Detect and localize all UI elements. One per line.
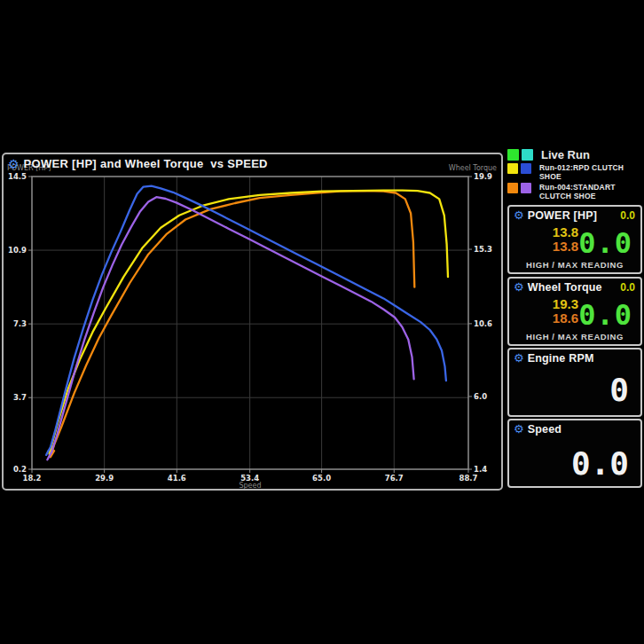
- svg-text:0.2: 0.2: [13, 465, 27, 474]
- svg-text:Wheel Torque: Wheel Torque: [449, 164, 497, 172]
- chart-settings-gear-icon[interactable]: ⚙: [8, 158, 20, 170]
- svg-text:76.7: 76.7: [385, 474, 404, 483]
- rpm-panel-title: Engine RPM: [528, 352, 635, 365]
- svg-text:29.9: 29.9: [95, 474, 114, 483]
- legend-label: Live Run: [541, 149, 590, 161]
- torque-settings-gear-icon[interactable]: ⚙: [514, 281, 524, 294]
- power-settings-gear-icon[interactable]: ⚙: [514, 209, 524, 222]
- run-012-torque-swatch: [521, 163, 531, 174]
- svg-text:14.5: 14.5: [8, 172, 27, 181]
- torque-max-values: 19.3 18.6: [534, 297, 578, 326]
- power-max-values: 13.8 13.8: [534, 225, 578, 254]
- chart-title-bar: ⚙ POWER [HP] and Wheel Torque vs SPEED: [8, 157, 268, 170]
- torque-panel-footer: HIGH / MAX READING: [509, 332, 640, 342]
- run-004-power-swatch: [507, 183, 518, 193]
- svg-text:65.0: 65.0: [312, 474, 331, 483]
- rpm-panel-header: ⚙ Engine RPM: [514, 352, 635, 365]
- torque-current-value: 0.0: [620, 281, 635, 294]
- legend-item-live-run[interactable]: Live Run: [507, 149, 642, 161]
- svg-text:Speed: Speed: [239, 482, 261, 489]
- torque-panel-header: ⚙ Wheel Torque 0.0: [514, 281, 635, 294]
- speed-panel-header: ⚙ Speed: [514, 423, 635, 436]
- rpm-gauge-panel: ⚙ Engine RPM 0: [507, 348, 642, 417]
- svg-text:1.4: 1.4: [474, 465, 487, 474]
- speed-live-value: 0.0: [571, 445, 629, 482]
- torque-gauge-panel: ⚙ Wheel Torque 0.0 19.3 18.6 0.0 HIGH / …: [507, 277, 642, 346]
- power-gauge-panel: ⚙ POWER [HP] 0.0 13.8 13.8 0.0 HIGH / MA…: [507, 205, 642, 274]
- chart-title: POWER [HP] and Wheel Torque vs SPEED: [24, 157, 268, 170]
- svg-text:10.9: 10.9: [8, 246, 27, 255]
- svg-text:18.2: 18.2: [23, 474, 42, 483]
- legend-label: Run-004:STANDART CLUTCH SHOE: [539, 183, 642, 200]
- torque-panel-title: Wheel Torque: [528, 281, 617, 294]
- power-panel-title: POWER [HP]: [528, 209, 617, 222]
- power-torque-chart: 18.229.941.653.465.076.788.714.510.97.33…: [4, 154, 501, 489]
- speed-settings-gear-icon[interactable]: ⚙: [514, 423, 524, 436]
- power-run012-max: 13.8: [534, 225, 578, 240]
- speed-gauge-panel: ⚙ Speed 0.0: [507, 419, 642, 488]
- svg-text:3.7: 3.7: [13, 393, 27, 402]
- svg-text:10.6: 10.6: [474, 319, 492, 328]
- rpm-settings-gear-icon[interactable]: ⚙: [514, 352, 524, 365]
- dyno-app-screen: 18.229.941.653.465.076.788.714.510.97.33…: [0, 0, 644, 644]
- chart-window: 18.229.941.653.465.076.788.714.510.97.33…: [2, 153, 503, 491]
- svg-text:7.3: 7.3: [13, 319, 27, 328]
- live-run-torque-swatch: [522, 149, 533, 161]
- power-panel-header: ⚙ POWER [HP] 0.0: [514, 209, 635, 222]
- live-run-power-swatch: [507, 149, 519, 161]
- power-run004-max: 13.8: [534, 240, 578, 254]
- svg-text:88.7: 88.7: [459, 474, 478, 483]
- power-current-value: 0.0: [620, 209, 635, 222]
- run-legend: Live Run Run-012:RPD CLUTCH SHOE Run-004…: [507, 149, 642, 202]
- svg-text:41.6: 41.6: [168, 474, 186, 483]
- svg-text:6.0: 6.0: [474, 392, 487, 401]
- run-012-power-swatch: [507, 163, 518, 174]
- torque-live-value: 0.0: [578, 298, 632, 332]
- svg-text:15.3: 15.3: [474, 245, 492, 254]
- legend-label: Run-012:RPD CLUTCH SHOE: [539, 163, 642, 181]
- power-live-value: 0.0: [578, 226, 632, 260]
- power-panel-footer: HIGH / MAX READING: [509, 260, 640, 270]
- legend-item-run-004[interactable]: Run-004:STANDART CLUTCH SHOE: [507, 183, 642, 200]
- run-004-torque-swatch: [521, 183, 531, 193]
- speed-panel-title: Speed: [528, 423, 635, 436]
- legend-item-run-012[interactable]: Run-012:RPD CLUTCH SHOE: [507, 163, 642, 181]
- rpm-live-value: 0: [609, 372, 629, 408]
- torque-run004-max: 18.6: [534, 311, 578, 326]
- torque-run012-max: 19.3: [534, 297, 578, 311]
- svg-text:19.9: 19.9: [474, 172, 492, 181]
